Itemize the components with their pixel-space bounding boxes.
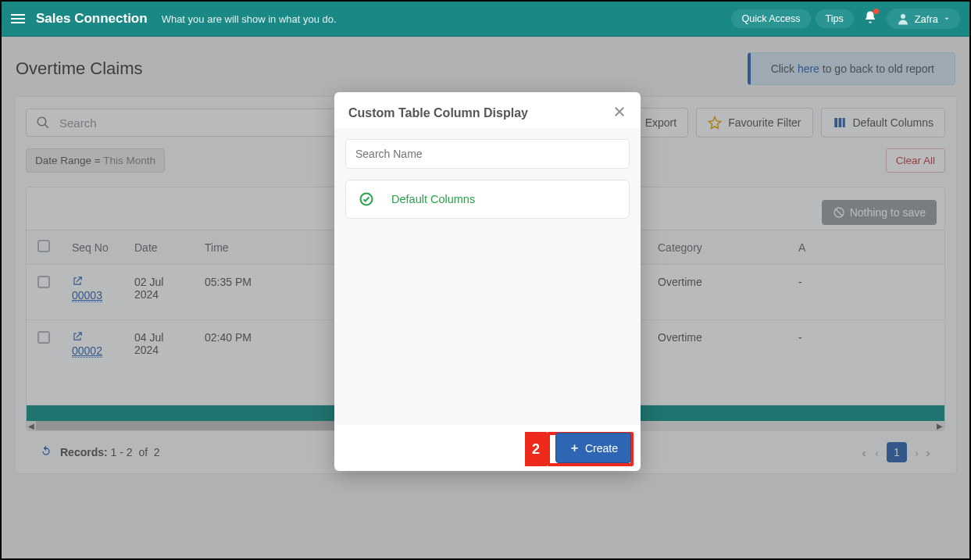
chevron-down-icon <box>943 15 951 23</box>
create-button[interactable]: ＋ Create <box>555 433 631 463</box>
notification-dot <box>873 9 879 14</box>
modal-search-input[interactable] <box>345 139 630 169</box>
default-columns-option[interactable]: Default Columns <box>345 180 630 219</box>
user-menu-button[interactable]: Zafra <box>887 9 960 29</box>
avatar-icon <box>896 12 910 26</box>
close-icon[interactable] <box>612 105 627 122</box>
notifications-bell-icon[interactable] <box>863 10 877 27</box>
user-name: Zafra <box>915 13 938 25</box>
hamburger-menu-icon[interactable] <box>11 14 25 23</box>
plus-icon: ＋ <box>569 441 580 455</box>
check-circle-icon <box>359 191 374 207</box>
tips-button[interactable]: Tips <box>816 9 854 28</box>
brand-title: Sales Connection <box>36 11 148 27</box>
column-display-modal: Custom Table Column Display Default Colu… <box>334 92 641 471</box>
top-bar: Sales Connection What you are will show … <box>2 2 969 37</box>
tagline-text: What you are will show in what you do. <box>162 13 337 25</box>
step-badge: 2 <box>525 432 547 466</box>
quick-access-button[interactable]: Quick Access <box>731 9 810 28</box>
modal-title: Custom Table Column Display <box>348 106 528 120</box>
svg-point-0 <box>901 14 905 19</box>
